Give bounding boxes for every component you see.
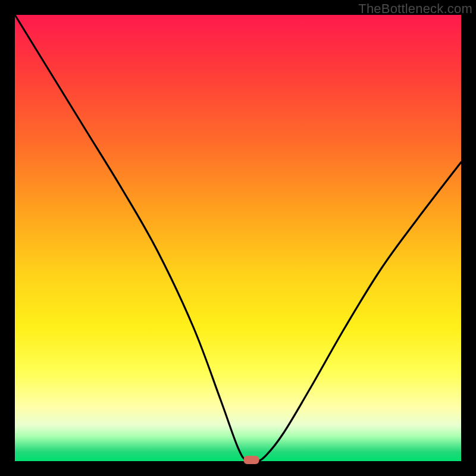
plot-area — [15, 15, 461, 461]
chart-frame: TheBottleneck.com — [0, 0, 476, 476]
curve-path — [15, 15, 461, 462]
watermark-text: TheBottleneck.com — [358, 1, 472, 17]
minimum-marker — [244, 456, 259, 464]
bottleneck-curve — [15, 15, 461, 461]
